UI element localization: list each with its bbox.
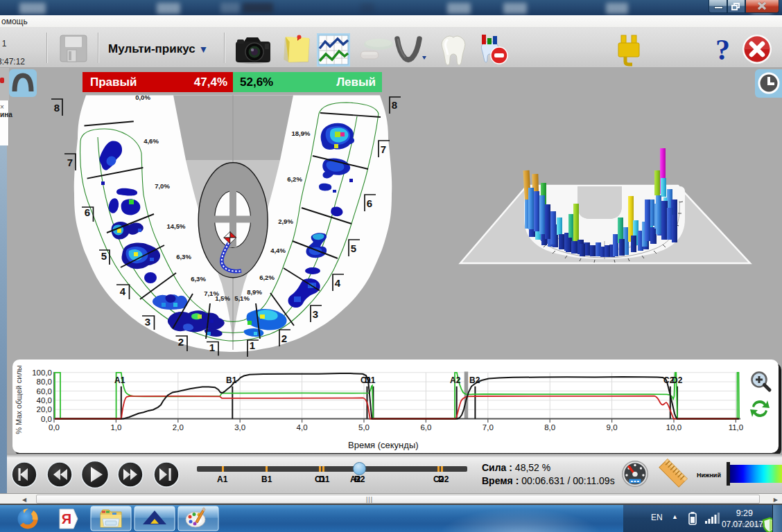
svg-text:7,0: 7,0 (483, 423, 494, 432)
svg-text:100,0: 100,0 (32, 369, 52, 377)
svg-text:20,0: 20,0 (37, 405, 52, 414)
svg-text:8: 8 (392, 99, 397, 111)
svg-text:A2: A2 (450, 375, 461, 385)
svg-text:9,0: 9,0 (607, 423, 618, 432)
svg-text:7: 7 (381, 143, 386, 155)
svg-text:7,0%: 7,0% (155, 182, 170, 190)
svg-text:14,5%: 14,5% (167, 222, 186, 230)
svg-text:1: 1 (209, 342, 215, 353)
svg-text:3: 3 (145, 316, 150, 328)
svg-text:2: 2 (281, 332, 287, 344)
svg-text:6,3%: 6,3% (176, 253, 191, 260)
svg-text:B1: B1 (226, 375, 237, 385)
svg-text:5,0: 5,0 (358, 423, 370, 432)
svg-text:0,0: 0,0 (49, 423, 60, 432)
svg-text:4,6%: 4,6% (144, 137, 159, 145)
svg-text:2: 2 (178, 336, 184, 348)
svg-text:1,5%: 1,5% (215, 294, 230, 302)
svg-text:5: 5 (351, 242, 356, 254)
svg-text:6,2%: 6,2% (259, 274, 275, 281)
svg-text:7: 7 (67, 157, 73, 168)
svg-text:D2: D2 (672, 375, 683, 385)
svg-text:8: 8 (54, 102, 60, 114)
svg-text:6,3%: 6,3% (191, 275, 206, 283)
svg-text:6,0: 6,0 (420, 423, 431, 432)
svg-text:1: 1 (250, 339, 255, 351)
svg-text:B2: B2 (469, 375, 480, 385)
svg-text:4,4%: 4,4% (270, 247, 286, 254)
svg-text:10,0: 10,0 (666, 423, 681, 432)
svg-text:4: 4 (335, 277, 341, 289)
svg-text:8,0: 8,0 (544, 423, 555, 432)
svg-text:0,0: 0,0 (41, 415, 52, 423)
svg-text:6: 6 (367, 197, 372, 209)
svg-text:A1: A1 (114, 375, 125, 385)
svg-text:60,0: 60,0 (37, 387, 52, 396)
svg-text:5: 5 (101, 250, 107, 262)
svg-text:3: 3 (313, 308, 318, 320)
svg-text:5,1%: 5,1% (234, 294, 250, 302)
svg-text:3,0: 3,0 (234, 423, 245, 432)
svg-text:11,0: 11,0 (729, 423, 744, 432)
svg-text:1,0: 1,0 (110, 423, 121, 432)
svg-text:4: 4 (120, 285, 126, 297)
svg-text:D1: D1 (365, 375, 376, 385)
svg-text:Я: Я (62, 511, 71, 526)
svg-text:18,9%: 18,9% (292, 130, 311, 137)
svg-text:2,0: 2,0 (173, 423, 184, 432)
svg-text:4,0: 4,0 (297, 423, 308, 432)
svg-text:80,0: 80,0 (37, 378, 52, 386)
svg-text:2,9%: 2,9% (278, 218, 293, 225)
svg-text:40,0: 40,0 (37, 396, 52, 405)
svg-text:6,2%: 6,2% (287, 175, 302, 183)
svg-text:6: 6 (85, 206, 90, 218)
svg-text:0,0%: 0,0% (135, 94, 150, 101)
